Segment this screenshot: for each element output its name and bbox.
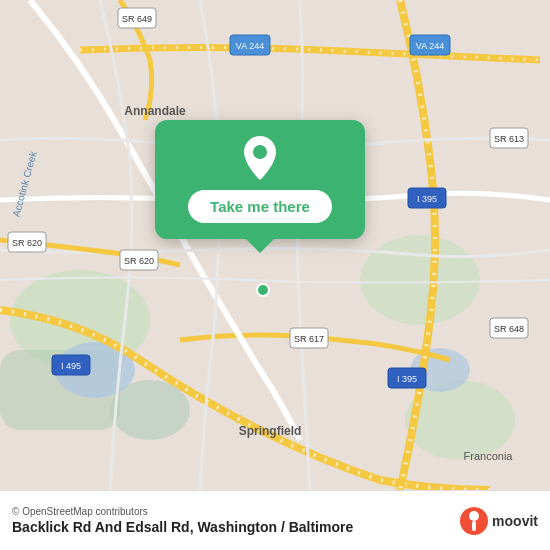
svg-text:VA 244: VA 244 xyxy=(416,41,444,51)
take-me-there-button[interactable]: Take me there xyxy=(188,190,332,223)
svg-text:SR 648: SR 648 xyxy=(494,324,524,334)
svg-point-2 xyxy=(360,235,480,325)
svg-text:SR 613: SR 613 xyxy=(494,134,524,144)
svg-point-34 xyxy=(257,284,269,296)
svg-text:VA 244: VA 244 xyxy=(236,41,264,51)
svg-text:Springfield: Springfield xyxy=(239,424,302,438)
bottom-left-info: © OpenStreetMap contributors Backlick Rd… xyxy=(12,506,353,535)
svg-text:SR 620: SR 620 xyxy=(124,256,154,266)
bottom-bar: © OpenStreetMap contributors Backlick Rd… xyxy=(0,490,550,550)
map-container: SR 649 VA 244 VA 244 SR 613 SR 620 I 495… xyxy=(0,0,550,490)
svg-text:I 395: I 395 xyxy=(417,194,437,204)
moovit-brand-label: moovit xyxy=(492,513,538,529)
svg-text:Annandale: Annandale xyxy=(124,104,186,118)
popup-card: Take me there xyxy=(155,120,365,239)
svg-text:I 495: I 495 xyxy=(61,361,81,371)
svg-text:SR 617: SR 617 xyxy=(294,334,324,344)
svg-text:Franconia: Franconia xyxy=(464,450,514,462)
copyright-text: © OpenStreetMap contributors xyxy=(12,506,353,517)
location-pin-icon xyxy=(238,136,282,180)
svg-text:SR 620: SR 620 xyxy=(12,238,42,248)
map-svg: SR 649 VA 244 VA 244 SR 613 SR 620 I 495… xyxy=(0,0,550,490)
svg-point-35 xyxy=(253,145,267,159)
moovit-icon xyxy=(460,507,488,535)
location-title: Backlick Rd And Edsall Rd, Washington / … xyxy=(12,519,353,535)
svg-text:I 395: I 395 xyxy=(397,374,417,384)
moovit-logo: moovit xyxy=(460,507,538,535)
svg-text:SR 649: SR 649 xyxy=(122,14,152,24)
